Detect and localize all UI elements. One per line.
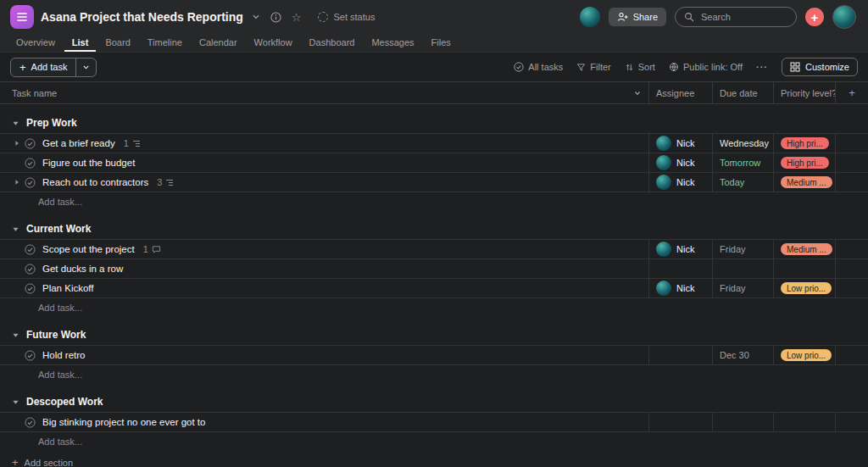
due-date-cell[interactable]: Friday bbox=[712, 240, 773, 259]
section-collapse-icon[interactable] bbox=[12, 331, 19, 339]
column-header-task-name[interactable]: Task name bbox=[0, 82, 648, 103]
complete-task-icon[interactable] bbox=[25, 350, 36, 361]
due-date-cell[interactable]: Today bbox=[712, 173, 773, 192]
complete-task-icon[interactable] bbox=[25, 177, 36, 188]
task-row[interactable]: Reach out to contractors 3 Nick Today Me… bbox=[0, 173, 868, 192]
task-row[interactable]: Hold retro Dec 30 Low prio... bbox=[0, 346, 868, 365]
info-icon[interactable] bbox=[269, 10, 283, 25]
priority-cell[interactable]: Low prio... bbox=[773, 279, 835, 297]
public-link-button[interactable]: Public link: Off bbox=[669, 62, 743, 72]
project-icon[interactable] bbox=[10, 5, 34, 29]
task-row[interactable]: Get ducks in a row bbox=[0, 259, 868, 279]
tab-timeline[interactable]: Timeline bbox=[140, 36, 190, 52]
tab-messages[interactable]: Messages bbox=[364, 36, 421, 52]
complete-task-icon[interactable] bbox=[25, 158, 36, 169]
task-name-cell[interactable]: Get a brief ready 1 bbox=[0, 134, 648, 153]
assignee-cell[interactable]: Nick bbox=[648, 279, 712, 297]
due-date-cell[interactable]: Dec 30 bbox=[712, 346, 773, 364]
column-header-priority[interactable]: Priority level? bbox=[773, 82, 835, 103]
section-collapse-icon[interactable] bbox=[12, 398, 19, 406]
due-date-cell[interactable]: Wednesday bbox=[712, 134, 773, 153]
task-name-cell[interactable]: Plan Kickoff bbox=[0, 279, 648, 297]
task-name-cell[interactable]: Hold retro bbox=[0, 346, 648, 364]
task-name-cell[interactable]: Get ducks in a row bbox=[0, 259, 648, 278]
task-row[interactable]: Plan Kickoff Nick Friday Low prio... bbox=[0, 279, 868, 298]
complete-task-icon[interactable] bbox=[25, 264, 36, 275]
priority-cell[interactable]: Low prio... bbox=[773, 346, 835, 364]
search-box[interactable] bbox=[675, 7, 797, 27]
priority-cell[interactable]: Medium ... bbox=[773, 173, 835, 192]
section-header[interactable]: Future Work bbox=[0, 325, 868, 345]
priority-cell[interactable]: Medium ... bbox=[773, 240, 835, 259]
add-task-row[interactable]: Add task... bbox=[0, 365, 868, 383]
complete-task-icon[interactable] bbox=[25, 244, 36, 255]
due-date-cell[interactable] bbox=[712, 413, 773, 431]
tab-list[interactable]: List bbox=[64, 36, 97, 52]
column-header-assignee[interactable]: Assignee bbox=[648, 82, 712, 103]
section-header[interactable]: Current Work bbox=[0, 219, 868, 239]
add-task-row[interactable]: Add task... bbox=[0, 298, 868, 316]
create-button[interactable]: + bbox=[805, 8, 824, 26]
set-status-button[interactable]: Set status bbox=[318, 12, 375, 22]
task-row[interactable]: Big stinking project no one ever got to bbox=[0, 413, 868, 432]
customize-button[interactable]: Customize bbox=[782, 58, 858, 76]
assignee-cell[interactable] bbox=[648, 346, 712, 364]
complete-task-icon[interactable] bbox=[25, 417, 36, 428]
subtask-icon bbox=[132, 139, 141, 147]
task-row[interactable]: Figure out the budget Nick Tomorrow High… bbox=[0, 153, 868, 173]
priority-cell[interactable]: High pri... bbox=[773, 153, 835, 172]
due-date-cell[interactable] bbox=[712, 259, 773, 278]
section-header[interactable]: Descoped Work bbox=[0, 392, 868, 412]
priority-cell[interactable] bbox=[773, 413, 835, 431]
due-date-cell[interactable]: Friday bbox=[712, 279, 773, 297]
due-date-cell[interactable]: Tomorrow bbox=[712, 153, 773, 172]
task-name-cell[interactable]: Big stinking project no one ever got to bbox=[0, 413, 648, 431]
add-task-row[interactable]: Add task... bbox=[0, 432, 868, 450]
assignee-cell[interactable]: Nick bbox=[648, 153, 712, 172]
filter-button[interactable]: Filter bbox=[576, 62, 610, 72]
member-avatar[interactable] bbox=[580, 7, 600, 27]
section-collapse-icon[interactable] bbox=[12, 120, 19, 127]
task-name-cell[interactable]: Figure out the budget bbox=[0, 153, 648, 172]
sort-button[interactable]: Sort bbox=[625, 62, 655, 72]
complete-task-icon[interactable] bbox=[25, 138, 36, 149]
share-button[interactable]: Share bbox=[609, 8, 666, 26]
header-chevron-down-icon[interactable] bbox=[633, 89, 642, 97]
star-icon[interactable]: ☆ bbox=[290, 10, 303, 25]
search-input[interactable] bbox=[699, 11, 774, 23]
section-header[interactable]: Prep Work bbox=[0, 113, 868, 133]
assignee-cell[interactable] bbox=[648, 259, 712, 278]
tab-workflow[interactable]: Workflow bbox=[247, 36, 300, 52]
expand-task-icon[interactable] bbox=[14, 140, 25, 147]
more-options-button[interactable]: ··· bbox=[756, 62, 768, 72]
assignee-cell[interactable] bbox=[648, 413, 712, 431]
complete-task-icon[interactable] bbox=[25, 283, 36, 294]
add-task-dropdown-button[interactable] bbox=[75, 58, 96, 76]
assignee-cell[interactable]: Nick bbox=[648, 134, 712, 153]
title-chevron-down-icon[interactable] bbox=[250, 11, 262, 23]
task-row[interactable]: Scope out the project 1 Nick Friday Medi… bbox=[0, 240, 868, 259]
priority-cell[interactable]: High pri... bbox=[773, 134, 835, 153]
priority-cell[interactable] bbox=[773, 259, 835, 278]
all-tasks-filter-button[interactable]: All tasks bbox=[514, 62, 563, 72]
tab-dashboard[interactable]: Dashboard bbox=[302, 36, 363, 52]
add-task-button[interactable]: + Add task bbox=[11, 58, 75, 76]
assignee-cell[interactable]: Nick bbox=[648, 173, 712, 192]
expand-task-icon[interactable] bbox=[14, 179, 25, 186]
section-descoped-work: Descoped Work Big stinking project no on… bbox=[0, 392, 868, 450]
section-collapse-icon[interactable] bbox=[12, 225, 19, 233]
task-row[interactable]: Get a brief ready 1 Nick Wednesday High … bbox=[0, 134, 868, 153]
task-name-cell[interactable]: Scope out the project 1 bbox=[0, 240, 648, 259]
tab-calendar[interactable]: Calendar bbox=[192, 36, 245, 52]
column-header-due-date[interactable]: Due date bbox=[712, 82, 773, 103]
add-task-row[interactable]: Add task... bbox=[0, 192, 868, 210]
add-column-button[interactable]: + bbox=[835, 82, 868, 103]
user-avatar[interactable] bbox=[832, 5, 856, 29]
task-name-cell[interactable]: Reach out to contractors 3 bbox=[0, 173, 648, 192]
assignee-cell[interactable]: Nick bbox=[648, 240, 712, 259]
tab-files[interactable]: Files bbox=[424, 36, 459, 52]
page-title[interactable]: Asana Project that Needs Reporting bbox=[41, 10, 243, 24]
add-section-button[interactable]: + Add section bbox=[0, 457, 868, 467]
tab-overview[interactable]: Overview bbox=[8, 36, 63, 52]
tab-board[interactable]: Board bbox=[97, 36, 137, 52]
